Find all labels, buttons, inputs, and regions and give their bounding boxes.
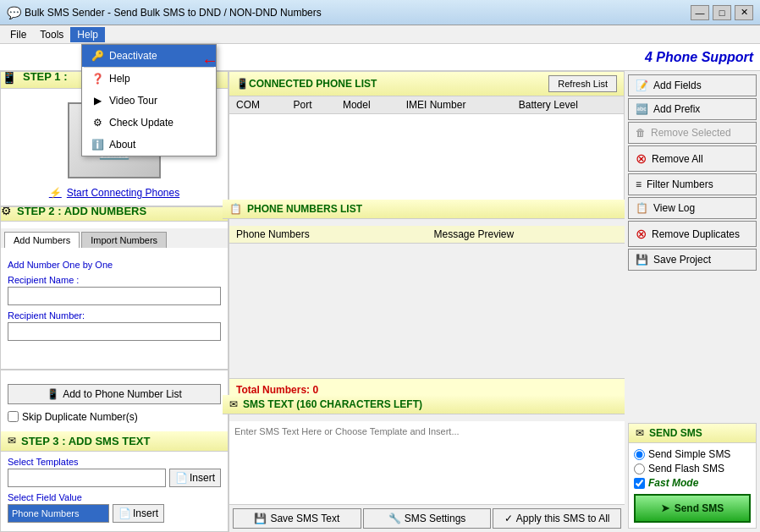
apply-sms-button[interactable]: ✓ Apply this SMS to All bbox=[493, 508, 621, 529]
total-count: 0 bbox=[312, 384, 318, 396]
connected-header: 📱 CONNECTED PHONE LIST Refresh List bbox=[229, 72, 624, 96]
filter-numbers-button[interactable]: ≡ Filter Numbers bbox=[628, 173, 757, 195]
insert-icon: 📄 bbox=[175, 472, 188, 484]
total-label: Total Numbers: bbox=[236, 384, 310, 396]
save-project-button[interactable]: 💾 Save Project bbox=[628, 249, 757, 271]
numbers-icon: 📋 bbox=[229, 203, 242, 215]
maximize-button[interactable]: □ bbox=[713, 5, 731, 20]
video-tour-label: Video Tour bbox=[109, 95, 157, 107]
template-row: 📄 Insert bbox=[8, 469, 221, 487]
step3-label: STEP 3 : ADD SMS TEXT bbox=[21, 435, 150, 447]
col-message-preview: Message Preview bbox=[427, 226, 625, 244]
numbers-table: Phone Numbers Message Preview bbox=[229, 226, 625, 244]
sms-header: ✉ SMS TEXT (160 CHARACTERS LEFT) bbox=[223, 395, 631, 414]
skip-duplicate-checkbox[interactable] bbox=[8, 411, 19, 422]
question-icon: ❓ bbox=[91, 72, 104, 85]
step2-header: ⚙ STEP 2 : ADD NUMBERS bbox=[0, 206, 229, 222]
send-sms-icon: ✉ bbox=[636, 427, 644, 439]
col2-wrapper: 📋 PHONE NUMBERS LIST Phone Numbers Messa… bbox=[229, 206, 625, 532]
help-label: Help bbox=[109, 73, 130, 85]
add-fields-button[interactable]: 📝 Add Fields bbox=[628, 74, 757, 96]
connect-label: Start Connecting Phones bbox=[67, 187, 179, 199]
recipient-name-label: Recipient Name : bbox=[8, 275, 221, 285]
phone-icon: 📱 bbox=[236, 78, 249, 90]
help-dropdown: 🔑 Deactivate ❓ Help ▶ Video Tour ⚙ Check… bbox=[81, 44, 217, 156]
sms-textarea[interactable] bbox=[229, 421, 625, 504]
col-imei: IMEI Number bbox=[399, 96, 512, 114]
template-input[interactable] bbox=[8, 469, 166, 487]
close-button[interactable]: ✕ bbox=[735, 5, 753, 20]
dropdown-deactivate[interactable]: 🔑 Deactivate bbox=[82, 45, 216, 67]
sms-text-section: ✉ SMS TEXT (160 CHARACTERS LEFT) 💾 Save … bbox=[229, 402, 625, 532]
dropdown-about[interactable]: ℹ️ About bbox=[82, 134, 216, 156]
dropdown-check-update[interactable]: ⚙ Check Update bbox=[82, 112, 216, 134]
add-fields-icon: 📝 bbox=[636, 80, 648, 91]
recipient-number-input[interactable] bbox=[8, 322, 221, 341]
tab-import-numbers[interactable]: Import Numbers bbox=[81, 232, 167, 248]
check-update-label: Check Update bbox=[109, 117, 173, 129]
view-log-button[interactable]: 📋 View Log bbox=[628, 197, 757, 219]
field-value-select[interactable]: Phone Numbers bbox=[8, 504, 109, 523]
phone-list-section: 📱 CONNECTED PHONE LIST Refresh List COM … bbox=[229, 71, 625, 206]
insert-field-button[interactable]: 📄 Insert bbox=[113, 504, 164, 523]
send-sms-button[interactable]: ➤ Send SMS bbox=[634, 494, 751, 523]
skip-duplicate-label: Skip Duplicate Number(s) bbox=[22, 411, 138, 423]
simple-sms-radio[interactable] bbox=[634, 449, 645, 460]
skip-duplicate-row: Skip Duplicate Number(s) bbox=[8, 411, 221, 423]
settings-icon: 🔧 bbox=[388, 513, 401, 524]
view-log-icon: 📋 bbox=[636, 202, 648, 214]
apply-icon: ✓ bbox=[504, 513, 513, 524]
add-btn-label: Add to Phone Number List bbox=[63, 388, 182, 400]
sms-settings-button[interactable]: 🔧 SMS Settings bbox=[363, 508, 492, 529]
simple-sms-label: Send Simple SMS bbox=[648, 448, 730, 460]
key-icon: 🔑 bbox=[91, 49, 104, 63]
add-to-list-button[interactable]: 📱 Add to Phone Number List bbox=[8, 384, 221, 404]
connect-phones-button[interactable]: ⚡ Start Connecting Phones bbox=[8, 187, 221, 199]
flash-sms-option: Send Flash SMS bbox=[634, 463, 751, 474]
fast-mode-checkbox[interactable] bbox=[634, 478, 645, 489]
remove-dup-icon: ⊗ bbox=[636, 226, 647, 242]
add-icon: 📱 bbox=[47, 388, 59, 400]
send-sms-header: ✉ SEND SMS bbox=[629, 424, 756, 443]
step1-icon: 📱 bbox=[1, 71, 18, 85]
add-one-label: Add Number One by One bbox=[8, 260, 221, 270]
remove-selected-button[interactable]: 🗑 Remove Selected bbox=[628, 122, 757, 144]
right-panel: 📝 Add Fields 🔤 Add Prefix 🗑 Remove Selec… bbox=[625, 71, 760, 532]
menu-tools[interactable]: Tools bbox=[33, 27, 70, 42]
col-model: Model bbox=[336, 96, 399, 114]
step2-bottom: 📱 Add to Phone Number List Skip Duplicat… bbox=[0, 370, 229, 533]
filter-icon: ≡ bbox=[636, 178, 642, 190]
add-prefix-icon: 🔤 bbox=[636, 103, 648, 115]
numbers-title: PHONE NUMBERS LIST bbox=[247, 203, 362, 215]
menu-help[interactable]: Help bbox=[70, 27, 105, 42]
send-sms-title: SEND SMS bbox=[649, 427, 702, 439]
add-prefix-button[interactable]: 🔤 Add Prefix bbox=[628, 98, 757, 120]
dropdown-video-tour[interactable]: ▶ Video Tour bbox=[82, 90, 216, 112]
step3-section: ✉ STEP 3 : ADD SMS TEXT Select Templates… bbox=[8, 431, 221, 523]
recipient-name-input[interactable] bbox=[8, 287, 221, 305]
numbers-list-section: 📋 PHONE NUMBERS LIST Phone Numbers Messa… bbox=[229, 206, 625, 402]
sms-icon: ✉ bbox=[229, 398, 238, 410]
tab-add-numbers[interactable]: Add Numbers bbox=[4, 232, 80, 248]
menu-file[interactable]: File bbox=[3, 27, 33, 42]
sms-title: SMS TEXT (160 CHARACTERS LEFT) bbox=[243, 398, 422, 410]
dropdown-help[interactable]: ❓ Help bbox=[82, 68, 216, 90]
save-sms-button[interactable]: 💾 Save SMS Text bbox=[233, 508, 361, 529]
recipient-number-label: Recipient Number: bbox=[8, 310, 221, 321]
col-port: Port bbox=[287, 96, 336, 114]
step2-content: Add Number One by One Recipient Name : R… bbox=[1, 248, 228, 348]
field-value-row: Phone Numbers 📄 Insert bbox=[8, 504, 221, 523]
remove-duplicates-button[interactable]: ⊗ Remove Duplicates bbox=[628, 221, 757, 247]
save-project-icon: 💾 bbox=[636, 254, 648, 266]
arrow-indicator: ← bbox=[201, 51, 218, 70]
minimize-button[interactable]: — bbox=[691, 5, 709, 20]
sms-buttons: 💾 Save SMS Text 🔧 SMS Settings ✓ Apply t… bbox=[229, 504, 625, 532]
flash-sms-radio[interactable] bbox=[634, 463, 645, 474]
remove-all-button[interactable]: ⊗ Remove All bbox=[628, 145, 757, 172]
refresh-button[interactable]: Refresh List bbox=[548, 75, 617, 92]
phone-list-title: CONNECTED PHONE LIST bbox=[249, 78, 377, 90]
step2-icon: ⚙ bbox=[1, 206, 12, 217]
insert-template-button[interactable]: 📄 Insert bbox=[169, 469, 221, 487]
window-title: Bulk SMS Sender - Send Bulk SMS to DND /… bbox=[25, 7, 691, 19]
window-controls: — □ ✕ bbox=[691, 5, 753, 20]
